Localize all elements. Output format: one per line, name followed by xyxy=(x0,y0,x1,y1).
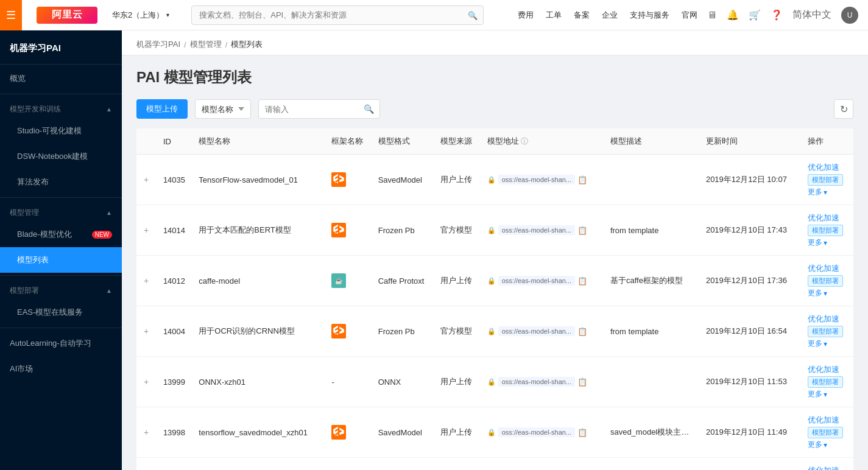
expand-icon[interactable]: + xyxy=(141,377,151,387)
col-source: 模型来源 xyxy=(436,128,482,155)
expand-cell[interactable]: + xyxy=(136,306,158,357)
name-cell: tensorflow_savedmodel_xzh01 xyxy=(194,407,326,458)
global-search-input[interactable] xyxy=(191,5,484,25)
sidebar-item-ai-market[interactable]: AI市场 xyxy=(0,356,122,382)
more-button[interactable]: 更多 ▾ xyxy=(808,440,827,450)
framework-cell xyxy=(326,205,373,256)
avatar[interactable]: U xyxy=(841,7,858,24)
deploy-link[interactable]: 模型部署 xyxy=(808,225,843,236)
cart-icon[interactable]: 🛒 xyxy=(749,9,761,21)
format-cell: Caffe Protoxt xyxy=(373,256,436,306)
optimize-link[interactable]: 优化加速 xyxy=(808,263,839,274)
deploy-link[interactable]: 模型部署 xyxy=(808,326,843,337)
breadcrumb-pai[interactable]: 机器学习PAI xyxy=(136,39,180,50)
table-row: + 13999 ONNX-xzh01 - ONNX 用户上传 🔒 oss://e… xyxy=(136,357,853,407)
copy-icon[interactable]: 📋 xyxy=(577,377,587,387)
expand-icon[interactable]: + xyxy=(141,175,151,184)
id-cell: 13997 xyxy=(158,458,194,471)
nav-link-enterprise[interactable]: 企业 xyxy=(602,10,618,21)
sidebar-item-autolearning[interactable]: AutoLearning-自动学习 xyxy=(0,331,122,356)
sidebar-item-algo[interactable]: 算法发布 xyxy=(0,169,122,195)
expand-cell[interactable]: + xyxy=(136,357,158,407)
more-button[interactable]: 更多 ▾ xyxy=(808,237,827,248)
copy-icon[interactable]: 📋 xyxy=(577,226,587,235)
source-cell: 用户上传 xyxy=(436,357,482,407)
expand-icon[interactable]: + xyxy=(141,276,151,286)
sidebar-item-dsw[interactable]: DSW-Notebook建模 xyxy=(0,144,122,169)
copy-icon[interactable]: 📋 xyxy=(577,327,587,336)
breadcrumb: 机器学习PAI / 模型管理 / 模型列表 xyxy=(122,30,868,55)
sidebar-item-eas[interactable]: EAS-模型在线服务 xyxy=(0,300,122,325)
nav-link-fee[interactable]: 费用 xyxy=(518,10,534,21)
model-list-table: ID 模型名称 框架名称 模型格式 模型来源 模型地址 ⓘ 模型描述 更新时间 xyxy=(136,128,853,470)
breadcrumb-model-mgmt[interactable]: 模型管理 xyxy=(190,39,222,50)
nav-link-support[interactable]: 支持与服务 xyxy=(630,10,669,21)
id-cell: 13998 xyxy=(158,407,194,458)
expand-cell[interactable]: + xyxy=(136,458,158,471)
col-format: 模型格式 xyxy=(373,128,436,155)
table-row: + 14004 用于OCR识别的CRNN模型 Frozen Pb 官方模型 🔒 … xyxy=(136,306,853,357)
sidebar-item-overview[interactable]: 概览 xyxy=(0,65,122,91)
format-cell: Frozen Pb xyxy=(373,306,436,357)
expand-icon[interactable]: + xyxy=(141,326,151,336)
more-button[interactable]: 更多 ▾ xyxy=(808,338,827,349)
col-id: ID xyxy=(158,128,194,155)
language-selector[interactable]: 简体中文 xyxy=(792,9,831,21)
framework-cell: - xyxy=(326,357,373,407)
sidebar-item-model-list[interactable]: 模型列表 xyxy=(0,247,122,273)
deploy-link[interactable]: 模型部署 xyxy=(808,174,843,186)
framework-cell xyxy=(326,155,373,205)
bell-icon[interactable]: 🔔 xyxy=(727,9,739,21)
optimize-link[interactable]: 优化加速 xyxy=(808,415,839,426)
sidebar: 机器学习PAI 概览 模型开发和训练 ▲ Studio-可视化建模 DSW-No… xyxy=(0,30,122,470)
optimize-link[interactable]: 优化加速 xyxy=(808,465,839,470)
new-badge: NEW xyxy=(92,231,112,239)
menu-icon[interactable]: ☰ xyxy=(0,0,22,30)
sidebar-title: 机器学习PAI xyxy=(0,30,122,65)
search-icon: 🔍 xyxy=(468,10,478,19)
more-button[interactable]: 更多 ▾ xyxy=(808,187,827,197)
desc-cell: from template xyxy=(605,205,701,256)
optimize-link[interactable]: 优化加速 xyxy=(808,212,839,223)
filter-select[interactable]: 模型名称 xyxy=(195,99,251,119)
search-icon[interactable]: 🔍 xyxy=(364,104,374,114)
optimize-link[interactable]: 优化加速 xyxy=(808,314,839,324)
copy-icon[interactable]: 📋 xyxy=(577,428,587,437)
deploy-link[interactable]: 模型部署 xyxy=(808,275,843,287)
nav-link-official[interactable]: 官网 xyxy=(682,10,697,21)
main-content: 机器学习PAI / 模型管理 / 模型列表 PAI 模型管理列表 模型上传 模型… xyxy=(122,30,868,470)
expand-cell[interactable]: + xyxy=(136,256,158,306)
address-help-icon[interactable]: ⓘ xyxy=(521,137,528,146)
search-input[interactable] xyxy=(258,99,380,119)
upload-model-button[interactable]: 模型上传 xyxy=(136,99,188,119)
sidebar-item-studio[interactable]: Studio-可视化建模 xyxy=(0,118,122,144)
name-cell: TensorFlow-savedmodel_01 xyxy=(194,155,326,205)
copy-icon[interactable]: 📋 xyxy=(577,175,587,184)
region-selector[interactable]: 华东2（上海） ▾ xyxy=(112,10,169,21)
table-row: + 14014 用于文本匹配的BERT模型 Frozen Pb 官方模型 🔒 o… xyxy=(136,205,853,256)
deploy-link[interactable]: 模型部署 xyxy=(808,376,843,388)
more-button[interactable]: 更多 ▾ xyxy=(808,288,827,298)
expand-cell[interactable]: + xyxy=(136,205,158,256)
refresh-button[interactable]: ↻ xyxy=(834,99,853,119)
format-cell: SavedModel xyxy=(373,155,436,205)
optimize-link[interactable]: 优化加速 xyxy=(808,364,839,375)
sidebar-group-model-mgmt: 模型管理 ▲ xyxy=(0,200,122,222)
sidebar-group-model-dev: 模型开发和训练 ▲ xyxy=(0,97,122,118)
expand-cell[interactable]: + xyxy=(136,155,158,205)
nav-link-ticket[interactable]: 工单 xyxy=(546,10,562,21)
desc-cell xyxy=(605,357,701,407)
expand-icon[interactable]: + xyxy=(141,225,151,235)
help-icon[interactable]: ❓ xyxy=(771,9,783,21)
optimize-link[interactable]: 优化加速 xyxy=(808,162,839,173)
copy-icon[interactable]: 📋 xyxy=(577,276,587,286)
expand-icon[interactable]: + xyxy=(141,427,151,437)
more-button[interactable]: 更多 ▾ xyxy=(808,389,827,399)
oss-cell: 🔒 oss://eas-model-shan... 📋 xyxy=(482,306,605,357)
sidebar-item-blade[interactable]: Blade-模型优化 NEW xyxy=(0,222,122,247)
page-layout: 机器学习PAI 概览 模型开发和训练 ▲ Studio-可视化建模 DSW-No… xyxy=(0,30,868,470)
nav-link-record[interactable]: 备案 xyxy=(574,10,590,21)
expand-cell[interactable]: + xyxy=(136,407,158,458)
monitor-icon[interactable]: 🖥 xyxy=(707,10,717,21)
deploy-link[interactable]: 模型部署 xyxy=(808,427,843,438)
